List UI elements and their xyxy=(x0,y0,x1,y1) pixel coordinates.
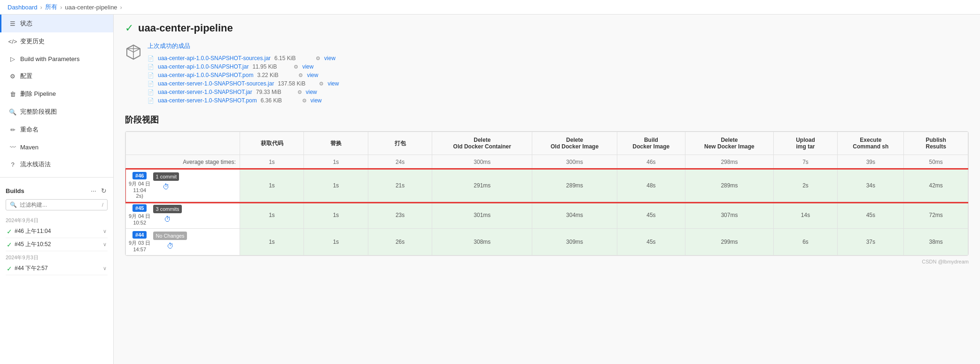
build-46-label: #46 上午11:04 xyxy=(15,227,51,235)
stage-val-0-1: 1s xyxy=(304,170,368,202)
build-time: 10:52 xyxy=(129,220,150,225)
watermark: CSDN @lbmydream xyxy=(125,259,969,264)
build-44-label: #44 下午2:57 xyxy=(15,264,48,272)
sidebar-item-history[interactable]: </> 变更历史 xyxy=(0,32,113,50)
build-list-item-46[interactable]: ✓ #46 上午11:04 ∨ xyxy=(6,225,108,238)
build-row-#46: #46 9月 04 日 11:04 2s) 1 commit ⏱ 1s1s21s… xyxy=(126,170,968,202)
stage-col-5: BuildDocker Image xyxy=(617,132,685,155)
build-list-item-44[interactable]: ✓ #44 下午2:57 ∨ xyxy=(6,262,108,275)
artifact-name[interactable]: uaa-center-api-1.0.0-SNAPSHOT.pom xyxy=(158,72,253,78)
sidebar-label-rename: 重命名 xyxy=(20,125,39,134)
artifact-view-link[interactable]: view xyxy=(302,63,313,70)
stage-val-0-6: 289ms xyxy=(685,170,774,202)
builds-refresh-btn[interactable]: ↻ xyxy=(100,186,108,195)
builds-search-input[interactable] xyxy=(20,201,99,208)
artifact-size: 6.36 KiB xyxy=(261,97,298,104)
artifact-gear-icon: ⚙ xyxy=(298,72,303,78)
avg-val-9: 50ms xyxy=(904,155,968,170)
artifact-view-link[interactable]: view xyxy=(327,80,339,87)
sidebar-item-config[interactable]: ⚙ 配置 xyxy=(0,67,113,85)
artifact-size: 137.58 KiB xyxy=(278,80,315,87)
build-44-chevron: ∨ xyxy=(103,265,107,271)
history-icon: </> xyxy=(9,38,16,45)
commit-badge[interactable]: 3 commits xyxy=(153,205,181,213)
artifact-size: 3.22 KiB xyxy=(257,72,295,78)
stage-val-0-7: 2s xyxy=(773,170,838,202)
stage-val-0-9: 42ms xyxy=(904,170,968,202)
artifact-view-link[interactable]: view xyxy=(307,72,318,78)
stage-table: 获取代码替换打包DeleteOld Docker ContainerDelete… xyxy=(125,132,968,256)
build-list-item-45[interactable]: ✓ #45 上午10:52 ∨ xyxy=(6,238,108,251)
sidebar-item-maven[interactable]: 〰 Maven xyxy=(0,139,113,155)
avg-val-4: 300ms xyxy=(532,155,617,170)
artifacts-rows: 📄 uaa-center-api-1.0.0-SNAPSHOT-sources.… xyxy=(148,54,339,105)
artifacts-list: 上次成功的成品 📄 uaa-center-api-1.0.0-SNAPSHOT-… xyxy=(148,42,339,105)
config-icon: ⚙ xyxy=(9,72,16,80)
build-45-label: #45 上午10:52 xyxy=(15,240,51,248)
avg-label: Average stage times: xyxy=(126,155,240,170)
builds-search-box[interactable]: 🔍 / xyxy=(6,199,108,210)
artifact-view-link[interactable]: view xyxy=(311,97,322,104)
breadcrumb-all[interactable]: 所有 xyxy=(45,3,57,11)
sidebar-item-build-params[interactable]: ▷ Build with Parameters xyxy=(0,50,113,67)
commit-badge[interactable]: 1 commit xyxy=(153,172,179,181)
artifacts-section: 上次成功的成品 📄 uaa-center-api-1.0.0-SNAPSHOT-… xyxy=(125,42,969,105)
stage-col-7: Uploadimg tar xyxy=(773,132,838,155)
build-num-badge[interactable]: #44 xyxy=(132,231,147,239)
stage-val-2-3: 308ms xyxy=(432,229,532,256)
stage-col-2: 打包 xyxy=(368,132,432,155)
artifact-gear-icon: ⚙ xyxy=(297,89,302,95)
sidebar-item-rename[interactable]: ✏ 重命名 xyxy=(0,121,113,139)
artifact-view-link[interactable]: view xyxy=(324,55,335,62)
search-slash: / xyxy=(102,202,103,208)
build-list-left-44: ✓ #44 下午2:57 xyxy=(7,264,48,272)
stage-header-row: 获取代码替换打包DeleteOld Docker ContainerDelete… xyxy=(126,132,968,155)
build-row-#44: #44 9月 03 日 14:57 No Changes ⏱ 1s1s26s30… xyxy=(126,229,968,256)
artifact-name[interactable]: uaa-center-server-1.0-SNAPSHOT.jar xyxy=(158,89,252,95)
artifacts-link[interactable]: 上次成功的成品 xyxy=(148,42,190,50)
artifact-file-icon: 📄 xyxy=(148,64,154,70)
sidebar-item-delete[interactable]: 🗑 删除 Pipeline xyxy=(0,85,113,103)
build-list-left-45: ✓ #45 上午10:52 xyxy=(7,240,51,248)
avg-val-7: 7s xyxy=(773,155,838,170)
artifact-name[interactable]: uaa-center-api-1.0.0-SNAPSHOT-sources.ja… xyxy=(158,55,271,62)
artifact-name[interactable]: uaa-center-server-1.0-SNAPSHOT.pom xyxy=(158,97,257,104)
build-list-left-46: ✓ #46 上午11:04 xyxy=(7,227,51,235)
stage-val-1-5: 45s xyxy=(617,202,685,229)
stage-val-1-0: 1s xyxy=(240,202,304,229)
artifact-name[interactable]: uaa-center-api-1.0.0-SNAPSHOT.jar xyxy=(158,63,249,70)
stage-val-0-3: 291ms xyxy=(432,170,532,202)
artifact-view-link[interactable]: view xyxy=(306,89,317,95)
artifact-name[interactable]: uaa-center-server-1.0-SNAPSHOT-sources.j… xyxy=(158,80,274,87)
build-46-status-icon: ✓ xyxy=(7,228,12,235)
build-45-status-icon: ✓ xyxy=(7,241,12,248)
sidebar-item-pipeline-syntax[interactable]: ? 流水线语法 xyxy=(0,155,113,173)
build-45-chevron: ∨ xyxy=(103,241,107,248)
sidebar: ☰ 状态 </> 变更历史 ▷ Build with Parameters ⚙ … xyxy=(0,15,114,364)
breadcrumb-dashboard[interactable]: Dashboard xyxy=(8,4,38,11)
stage-val-2-0: 1s xyxy=(240,229,304,256)
artifact-file-icon: 📄 xyxy=(148,72,154,78)
sidebar-item-status[interactable]: ☰ 状态 xyxy=(0,15,113,32)
delete-icon: 🗑 xyxy=(9,90,16,98)
stage-col-0: 获取代码 xyxy=(240,132,304,155)
build-num-badge[interactable]: #46 xyxy=(132,172,147,179)
sidebar-label-delete: 删除 Pipeline xyxy=(20,90,56,98)
avg-val-8: 39s xyxy=(838,155,904,170)
build-row-#45: #45 9月 04 日 10:52 3 commits ⏱ 1s1s23s301… xyxy=(126,202,968,229)
artifact-row: 📄 uaa-center-server-1.0-SNAPSHOT.jar 79.… xyxy=(148,88,339,96)
builds-more-btn[interactable]: ··· xyxy=(90,186,97,195)
pipeline-title: uaa-center-pipeline xyxy=(138,22,233,34)
stage-col-9: PublishResults xyxy=(904,132,968,155)
stage-tbody: Average stage times:1s1s24s300ms300ms46s… xyxy=(126,155,968,256)
stage-val-2-8: 37s xyxy=(838,229,904,256)
builds-title: Builds xyxy=(6,187,24,194)
build-num-badge[interactable]: #45 xyxy=(132,204,147,212)
breadcrumb-current: uaa-center-pipeline xyxy=(65,4,117,11)
artifacts-with-icon: 上次成功的成品 📄 uaa-center-api-1.0.0-SNAPSHOT-… xyxy=(125,42,969,105)
avg-row: Average stage times:1s1s24s300ms300ms46s… xyxy=(126,155,968,170)
commit-badge[interactable]: No Changes xyxy=(153,232,187,240)
pipeline-syntax-icon: ? xyxy=(9,161,16,168)
artifact-row: 📄 uaa-center-server-1.0-SNAPSHOT-sources… xyxy=(148,79,339,88)
sidebar-item-full-stage[interactable]: 🔍 完整阶段视图 xyxy=(0,103,113,121)
